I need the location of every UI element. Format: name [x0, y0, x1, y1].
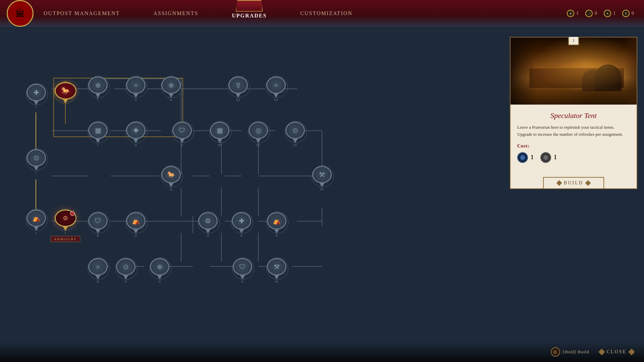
node-r4-c5[interactable]: ⛺ II	[267, 212, 287, 237]
node-r1-c4[interactable]: ☿ III	[228, 76, 248, 102]
node-circle-active: 🐎	[55, 82, 76, 100]
node-r5-c1[interactable]: ≡ II	[88, 258, 108, 283]
close-diamond-left	[598, 349, 605, 355]
armoury-label: Armoury	[51, 236, 80, 242]
node-r3-c1[interactable]: 🐎 II	[161, 166, 181, 191]
resource-2-icon: ☽	[585, 10, 593, 17]
resource-1-icon: 🗡	[567, 10, 574, 17]
node-r1-c2[interactable]: ≡ II	[126, 76, 146, 102]
node-r5-c5[interactable]: ⚒ III	[267, 258, 287, 283]
node-left-top[interactable]: ✚ I	[26, 84, 46, 109]
node-circle-selected: ⚙	[55, 209, 76, 227]
resource-3-icon: ✦	[604, 10, 611, 17]
cost-item-2: 1	[540, 152, 557, 163]
detail-title: Speculator Tent	[517, 111, 630, 120]
cost-items: 1 1	[517, 152, 630, 163]
node-left-ring[interactable]: ⊙ I	[26, 149, 46, 174]
navigation: Outpost Management Assignments ! Upgrade…	[40, 7, 567, 20]
close-button[interactable]: Close	[599, 349, 634, 355]
build-btn-container: Build	[517, 168, 630, 182]
cost-value-1: 1	[531, 154, 534, 161]
node-r2-c1[interactable]: ▦ I	[88, 122, 108, 147]
node-r4-c1[interactable]: 🛡 II	[88, 212, 108, 237]
cost-value-2: 1	[554, 154, 557, 161]
resource-1: 🗡 1	[567, 10, 579, 17]
main-area: ✚ I 🐎 I ⊙ I ⛺ I ⚙ I Armoury	[0, 27, 644, 362]
nav-outpost[interactable]: Outpost Management	[40, 9, 123, 18]
node-left-camp[interactable]: ⛺ I	[26, 209, 46, 235]
node-r5-c4[interactable]: 🛡 II	[232, 258, 253, 283]
resource-4-icon: ⚱	[622, 10, 630, 17]
resource-2: ☽ 0	[585, 10, 597, 17]
cost-icon-blue	[517, 152, 528, 163]
node-circle: ✚	[26, 84, 46, 101]
detail-description: Leave a Praetorian here to replenish you…	[517, 124, 630, 138]
detail-panel: I Speculator Tent Leave a Praetorian her…	[510, 37, 637, 189]
node-r5-c2[interactable]: ⊙ II	[116, 258, 136, 283]
detail-image	[511, 38, 637, 105]
node-circle: ⛺	[26, 209, 46, 227]
cost-icon-gray	[540, 152, 551, 163]
hold-build-icon: ⊙	[551, 347, 560, 357]
node-r2-c4[interactable]: ▦ III	[210, 122, 230, 147]
detail-content: Speculator Tent Leave a Praetorian here …	[511, 105, 637, 188]
detail-tier-badge: I	[568, 37, 579, 45]
node-r4-c2[interactable]: ⛺ II	[126, 212, 146, 237]
hold-build-action: ⊙ [Hold] Build	[551, 347, 589, 357]
btn-diamond-right	[585, 180, 591, 186]
upgrades-notification: !	[262, 2, 265, 5]
node-circle: ⊙	[26, 149, 46, 167]
node-r2-c5[interactable]: ◎ III	[248, 122, 268, 147]
node-r2-c2[interactable]: ✚ II	[126, 122, 146, 147]
nav-upgrades[interactable]: Upgrades	[228, 11, 270, 20]
node-cavalry-active[interactable]: 🐎 I	[55, 82, 75, 107]
node-r2-c3[interactable]: 🛡 II	[172, 122, 192, 147]
logo: 🏛	[7, 0, 34, 27]
node-armoury[interactable]: ⚙ I Armoury	[55, 209, 75, 235]
logo-icon: 🏛	[15, 8, 25, 19]
node-r1-c3[interactable]: ⊕ II	[161, 76, 181, 102]
resource-3: ✦ 1	[604, 10, 615, 17]
nav-assignments[interactable]: Assignments	[150, 9, 202, 18]
node-r2-c6[interactable]: ⊙ III	[285, 122, 305, 147]
node-r5-c3[interactable]: ⊕ II	[150, 258, 170, 283]
build-button[interactable]: Build	[543, 177, 604, 189]
node-r4-c3[interactable]: ⚙ II	[198, 212, 218, 237]
node-r3-far[interactable]: ⚒ III	[312, 166, 332, 191]
resource-4: ⚱ 0	[622, 10, 634, 17]
node-r1-c1[interactable]: ⊕ I	[88, 76, 108, 102]
cost-item-1: 1	[517, 152, 534, 163]
close-diamond-right	[628, 349, 635, 355]
detail-cost-label: Cost:	[517, 143, 630, 149]
header: 🏛 Outpost Management Assignments ! Upgra…	[0, 0, 644, 27]
btn-diamond-left	[556, 180, 562, 186]
tent-scene-bg	[511, 38, 637, 105]
resource-bar: 🗡 1 ☽ 0 ✦ 1 ⚱ 0	[567, 10, 634, 17]
node-r1-c5[interactable]: ≡ III	[266, 76, 286, 102]
node-r4-c4[interactable]: ✚ II	[231, 212, 252, 237]
nav-customization[interactable]: Customization	[297, 9, 356, 18]
bottom-bar: ⊙ [Hold] Build Close	[0, 342, 644, 362]
